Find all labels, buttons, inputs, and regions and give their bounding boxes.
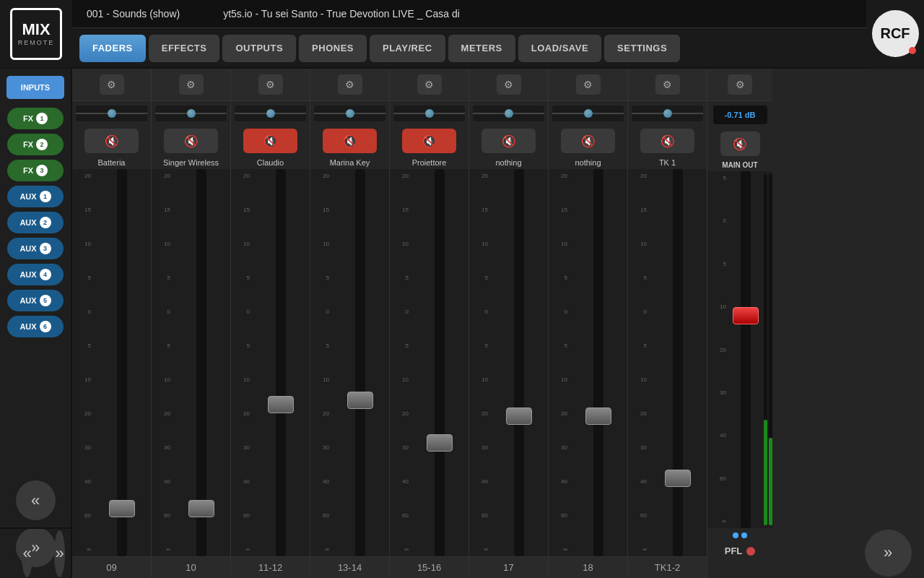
aux-button-5[interactable]: AUX 5 — [7, 290, 64, 311]
channel-batteria-pan[interactable] — [76, 105, 147, 121]
channel-marina-gear[interactable]: ⚙ — [338, 74, 362, 95]
fader-track-proiettore — [410, 169, 468, 556]
channel-nothing18-pan[interactable] — [552, 105, 623, 121]
mute-button-claudio[interactable]: 🔇 — [243, 129, 297, 153]
fader-scale-mainout: 5 0 5 10 20 30 40 60 ∞ — [707, 171, 728, 528]
channel-name-tk1: TK 1 — [628, 156, 707, 169]
inputs-button[interactable]: INPUTS — [6, 76, 64, 99]
next-arrow-right[interactable]: » — [865, 530, 912, 577]
logo-remote-text: REMOTE — [18, 39, 55, 46]
fader-area-batteria: 20 15 10 5 0 5 10 20 30 40 60 ∞ — [72, 169, 151, 556]
rcf-logo: RCF — [866, 0, 924, 68]
fader-scale-nothing18: 20 15 10 5 0 5 10 20 30 40 60 ∞ — [549, 169, 569, 556]
mute-button-batteria[interactable]: 🔇 — [84, 129, 139, 153]
mute-button-marina[interactable]: 🔇 — [323, 129, 377, 153]
channel-tk1-pan[interactable] — [632, 105, 702, 121]
tab-playrec[interactable]: PLAY/REC — [370, 35, 445, 62]
ticker-bar: 001 - Sounds (show) yt5s.io - Tu sei San… — [72, 0, 866, 28]
fx-button-1[interactable]: FX 1 — [7, 108, 64, 129]
main-out-gear[interactable]: ⚙ — [728, 74, 752, 95]
channel-claudio-pan[interactable] — [235, 105, 305, 121]
fader-rail-claudio — [276, 169, 286, 556]
tab-settings[interactable]: SETTINGS — [604, 35, 680, 62]
fader-handle-marina[interactable] — [347, 392, 373, 409]
fader-rail-proiettore — [435, 169, 445, 556]
tab-phones[interactable]: PHONES — [299, 35, 367, 62]
channel-name-marina: Marina Key — [310, 156, 389, 169]
aux-button-2[interactable]: AUX 2 — [7, 212, 64, 233]
main-out-db: -0.71 dB — [713, 105, 767, 124]
aux-num-4: 4 — [40, 269, 51, 280]
main-out-dots — [733, 532, 747, 538]
prev-arrow-bottom[interactable]: « — [22, 530, 32, 577]
channel-claudio-gear[interactable]: ⚙ — [258, 74, 283, 95]
pan-knob-singer[interactable] — [187, 109, 196, 118]
mute-button-mainout[interactable]: 🔇 — [720, 131, 760, 156]
pan-knob-proiettore[interactable] — [425, 109, 434, 118]
channel-marina: ⚙ 🔇 Marina Key 20 15 10 5 0 5 10 20 — [310, 69, 390, 578]
channel-name-singer: Singer Wireless — [152, 156, 230, 169]
mute-button-tk1[interactable]: 🔇 — [640, 129, 694, 153]
aux-button-4[interactable]: AUX 4 — [7, 264, 64, 285]
fader-handle-nothing18[interactable] — [585, 407, 611, 425]
channel-marina-header: ⚙ — [310, 69, 389, 101]
fader-track-nothing17 — [489, 169, 548, 556]
channel-singer-gear[interactable]: ⚙ — [179, 74, 204, 95]
pan-knob-claudio[interactable] — [266, 109, 275, 118]
tab-faders[interactable]: FADERS — [79, 35, 146, 62]
tab-loadsave[interactable]: LOAD/SAVE — [518, 35, 601, 62]
fader-handle-tk1[interactable] — [665, 470, 691, 487]
channel-number-nothing18: 18 — [549, 556, 627, 578]
aux-button-6[interactable]: AUX 6 — [7, 316, 64, 337]
channel-nothing-17: ⚙ 🔇 nothing 20 15 10 5 0 5 10 20 — [469, 69, 549, 578]
tab-outputs[interactable]: OUTPUTS — [222, 35, 296, 62]
mute-button-nothing17[interactable]: 🔇 — [481, 129, 536, 153]
pan-knob-nothing18[interactable] — [584, 109, 593, 118]
pan-knob-batteria[interactable] — [108, 109, 116, 118]
aux-num-1: 1 — [40, 191, 51, 202]
fader-rail-mainout — [741, 171, 751, 528]
mixer-area: ⚙ 🔇 Batteria 20 15 10 5 0 5 10 20 — [72, 69, 924, 578]
fader-scale-singer: 20 15 10 5 0 5 10 20 30 40 60 ∞ — [152, 169, 172, 556]
fx-button-2[interactable]: FX 2 — [7, 134, 64, 155]
pan-knob-nothing17[interactable] — [505, 109, 513, 118]
channel-proiettore-gear[interactable]: ⚙ — [417, 74, 442, 95]
fader-handle-singer[interactable] — [188, 500, 214, 517]
logo-inner: MIX REMOTE — [10, 8, 62, 60]
fader-handle-proiettore[interactable] — [427, 434, 453, 452]
channel-proiettore: ⚙ 🔇 Proiettore 20 15 10 5 0 5 10 20 — [390, 69, 469, 578]
channel-singer: ⚙ 🔇 Singer Wireless 20 15 10 5 0 5 10 20 — [152, 69, 231, 578]
fader-rail-nothing18 — [593, 169, 603, 556]
channel-tk1-gear[interactable]: ⚙ — [655, 74, 680, 95]
aux-button-1[interactable]: AUX 1 — [7, 186, 64, 207]
channel-number-proiettore: 15-16 — [390, 556, 468, 578]
channel-nothing17-gear[interactable]: ⚙ — [497, 74, 521, 95]
fader-handle-claudio[interactable] — [268, 396, 294, 413]
fader-handle-nothing17[interactable] — [506, 407, 532, 425]
next-arrow-bottom[interactable]: » — [54, 530, 65, 577]
channel-nothing18-gear[interactable]: ⚙ — [576, 74, 601, 95]
fader-scale-claudio: 20 15 10 5 0 5 10 20 30 40 60 ∞ — [231, 169, 251, 556]
pan-knob-tk1[interactable] — [663, 109, 672, 118]
mute-button-singer[interactable]: 🔇 — [164, 129, 218, 153]
mute-button-proiettore[interactable]: 🔇 — [402, 129, 456, 153]
channel-nothing17-header: ⚙ — [469, 69, 548, 101]
channel-batteria: ⚙ 🔇 Batteria 20 15 10 5 0 5 10 20 — [72, 69, 152, 578]
tab-effects[interactable]: EFFECTS — [149, 35, 220, 62]
channel-proiettore-pan[interactable] — [393, 105, 464, 121]
channel-batteria-gear[interactable]: ⚙ — [100, 74, 124, 95]
prev-arrow-sidebar[interactable]: « — [16, 480, 56, 520]
aux-button-3[interactable]: AUX 3 — [7, 238, 64, 259]
tab-meters[interactable]: METERS — [448, 35, 515, 62]
channel-singer-pan[interactable] — [155, 105, 226, 121]
channel-marina-pan[interactable] — [314, 105, 385, 121]
fader-area-marina: 20 15 10 5 0 5 10 20 30 40 60 ∞ — [310, 169, 389, 556]
fader-handle-mainout[interactable] — [733, 307, 759, 324]
pfl-dot[interactable] — [746, 547, 755, 556]
pan-knob-marina[interactable] — [346, 109, 354, 118]
fx-button-3[interactable]: FX 3 — [7, 160, 64, 181]
channel-nothing17-pan[interactable] — [473, 105, 544, 121]
channel-number-marina: 13-14 — [310, 556, 389, 578]
mute-button-nothing18[interactable]: 🔇 — [561, 129, 615, 153]
fader-handle-batteria[interactable] — [109, 500, 135, 517]
